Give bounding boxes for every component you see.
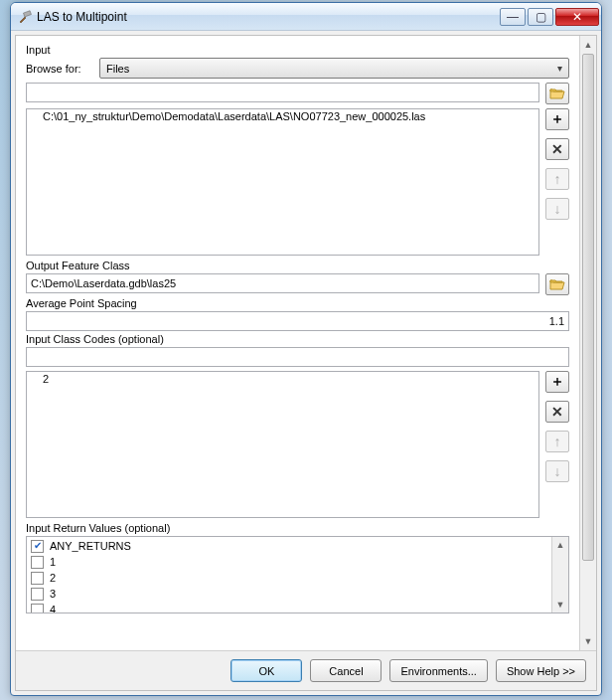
- titlebar: LAS to Multipoint — ▢ ✕: [11, 3, 601, 31]
- input-path-row: [26, 83, 569, 104]
- cancel-button[interactable]: Cancel: [310, 659, 382, 682]
- return-value-label: ANY_RETURNS: [50, 540, 131, 552]
- return-value-label: 1: [50, 556, 56, 568]
- move-code-down-button[interactable]: ↓: [545, 460, 569, 482]
- input-files-list[interactable]: C:\01_ny_struktur\Demo\Demodata\Laserdat…: [26, 108, 539, 256]
- class-codes-list[interactable]: 2: [26, 371, 539, 518]
- scroll-up-icon[interactable]: ▲: [581, 37, 595, 53]
- return-value-row[interactable]: 2: [27, 570, 568, 586]
- return-values-list[interactable]: ✔ ANY_RETURNS 1 2 3: [26, 536, 569, 613]
- svg-rect-0: [23, 10, 31, 16]
- add-file-button[interactable]: ＋: [545, 108, 569, 130]
- remove-file-button[interactable]: ✕: [545, 138, 569, 160]
- move-code-up-button[interactable]: ↑: [545, 431, 569, 452]
- class-codes-buttons: ＋ ✕ ↑ ↓: [545, 371, 569, 482]
- app-hammer-icon: [17, 9, 33, 25]
- checkbox-icon[interactable]: [31, 604, 44, 614]
- list-item[interactable]: C:\01_ny_struktur\Demo\Demodata\Laserdat…: [27, 109, 538, 123]
- class-code-field[interactable]: [26, 347, 569, 367]
- browse-for-value: Files: [106, 63, 129, 75]
- browse-input-button[interactable]: [545, 83, 569, 104]
- checkbox-checked-icon[interactable]: ✔: [31, 540, 44, 553]
- scroll-thumb[interactable]: [582, 54, 594, 561]
- input-label: Input: [26, 44, 569, 56]
- checkbox-icon[interactable]: [31, 556, 44, 569]
- move-file-down-button[interactable]: ↓: [545, 198, 569, 220]
- window-title: LAS to Multipoint: [37, 10, 498, 24]
- folder-open-icon: [549, 87, 565, 100]
- move-file-up-button[interactable]: ↑: [545, 168, 569, 190]
- avg-spacing-field[interactable]: [26, 311, 569, 331]
- input-files-buttons: ＋ ✕ ↑ ↓: [545, 108, 569, 220]
- scroll-down-icon[interactable]: ▼: [553, 597, 567, 612]
- return-values-scrollbar[interactable]: ▲ ▼: [551, 537, 568, 612]
- ok-button[interactable]: OK: [230, 659, 302, 682]
- return-value-row[interactable]: ✔ ANY_RETURNS: [27, 538, 568, 554]
- environments-button[interactable]: Environments...: [389, 659, 487, 682]
- main-scrollbar[interactable]: ▲ ▼: [579, 36, 596, 650]
- input-path-field[interactable]: [26, 83, 539, 102]
- return-value-label: 2: [50, 572, 56, 584]
- button-bar: OK Cancel Environments... Show Help >>: [16, 650, 596, 690]
- maximize-button[interactable]: ▢: [528, 8, 553, 26]
- scroll-down-icon[interactable]: ▼: [581, 633, 595, 649]
- output-fc-field[interactable]: [26, 273, 539, 293]
- show-help-button[interactable]: Show Help >>: [496, 659, 586, 682]
- dialog-window: LAS to Multipoint — ▢ ✕ Input Browse for…: [10, 2, 602, 696]
- remove-code-button[interactable]: ✕: [545, 401, 569, 423]
- add-code-button[interactable]: ＋: [545, 371, 569, 393]
- browse-output-button[interactable]: [545, 273, 569, 295]
- folder-open-icon: [549, 277, 565, 291]
- scroll-up-icon[interactable]: ▲: [553, 537, 567, 553]
- checkbox-icon[interactable]: [31, 588, 44, 601]
- list-item[interactable]: 2: [27, 372, 538, 386]
- class-codes-label: Input Class Codes (optional): [26, 333, 569, 345]
- content: Input Browse for: Files: [16, 36, 579, 650]
- browse-for-dropdown[interactable]: Files: [99, 58, 569, 79]
- return-value-label: 4: [50, 604, 56, 613]
- window-buttons: — ▢ ✕: [498, 8, 599, 26]
- browse-for-label: Browse for:: [26, 63, 91, 75]
- output-fc-row: [26, 273, 569, 295]
- return-value-row[interactable]: 1: [27, 554, 568, 570]
- minimize-button[interactable]: —: [500, 8, 526, 26]
- class-codes-row: 2 ＋ ✕ ↑ ↓: [26, 371, 569, 518]
- browse-for-row: Browse for: Files: [26, 58, 569, 79]
- return-values-label: Input Return Values (optional): [26, 522, 569, 534]
- input-files-row: C:\01_ny_struktur\Demo\Demodata\Laserdat…: [26, 108, 569, 256]
- avg-spacing-label: Average Point Spacing: [26, 297, 569, 309]
- output-fc-label: Output Feature Class: [26, 260, 569, 271]
- return-value-label: 3: [50, 588, 56, 600]
- dialog-body: Input Browse for: Files: [15, 35, 597, 691]
- close-button[interactable]: ✕: [555, 8, 599, 26]
- checkbox-icon[interactable]: [31, 572, 44, 585]
- return-value-row[interactable]: 3: [27, 586, 568, 602]
- return-value-row[interactable]: 4: [27, 602, 568, 613]
- scroll-area: Input Browse for: Files: [16, 36, 596, 650]
